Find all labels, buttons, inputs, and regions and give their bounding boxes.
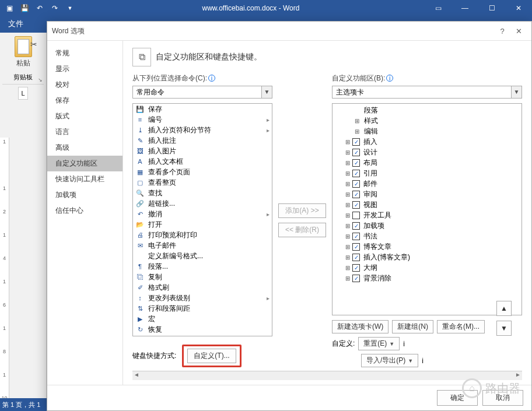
command-item[interactable]: 🔍查找 [133,188,272,198]
tree-node[interactable]: ⊞✓博客文章 [335,241,519,252]
tree-node[interactable]: ⊞✓布局 [335,157,519,168]
checkbox[interactable] [352,212,360,219]
command-item[interactable]: ▦查看多个页面 [133,167,272,177]
command-item[interactable]: ⤓插入分页符和分节符▸ [133,125,272,135]
command-item[interactable]: 🖼插入图片 [133,146,272,156]
command-item[interactable]: 定义新编号格式... [133,251,272,261]
checkbox[interactable]: ✓ [352,264,360,272]
expand-icon[interactable]: ⊞ [344,265,351,271]
tree-node[interactable]: ⊞开发工具 [335,210,519,220]
expand-icon[interactable]: ⊞ [344,181,351,187]
checkbox[interactable]: ✓ [352,170,360,177]
command-item[interactable]: ↕更改列表级别▸ [133,293,272,303]
ribbon-tree[interactable]: 段落⊞样式⊞编辑⊞✓插入⊞✓设计⊞✓布局⊞✓引用⊞✓邮件⊞✓审阅⊞✓视图⊞开发工… [332,103,522,315]
choose-commands-combo[interactable]: 常用命令 ▼ [132,86,272,99]
command-item[interactable]: ↶撤消▸ [133,209,272,219]
expand-icon[interactable]: ⊞ [344,275,351,282]
command-item[interactable]: ⿻复制 [133,272,272,282]
tree-node[interactable]: ⊞✓引用 [335,168,519,178]
word-app-icon[interactable]: ▣ [2,1,16,15]
command-item[interactable]: ⇅行和段落间距 [133,303,272,314]
cancel-button[interactable]: 取消 [482,390,523,406]
customize-ribbon-combo[interactable]: 主选项卡 ▼ [332,86,522,99]
checkbox[interactable]: ✓ [352,275,360,282]
help-icon[interactable]: i [422,357,424,365]
sidebar-item[interactable]: 校对 [47,77,123,93]
ok-button[interactable]: 确定 [437,390,478,406]
checkbox[interactable]: ✓ [352,149,360,156]
dialog-help-icon[interactable]: ? [494,23,510,39]
expand-icon[interactable]: ⊞ [344,160,351,166]
expand-icon[interactable]: ⊞ [344,139,351,145]
file-tab[interactable]: 文件 [0,15,32,33]
save-icon[interactable]: 💾 [18,1,32,15]
tree-node[interactable]: ⊞✓审阅 [335,189,519,199]
command-item[interactable]: 🔗超链接... [133,198,272,209]
expand-icon[interactable]: ⊞ [344,202,351,208]
sidebar-item[interactable]: 快速访问工具栏 [47,171,123,187]
checkbox[interactable]: ✓ [352,191,360,198]
add-button[interactable]: 添加(A) >> [278,203,326,218]
cut-icon[interactable]: ✂ [30,40,37,49]
command-item[interactable]: 🖨打印预览和打印 [133,230,272,240]
tree-node[interactable]: ⊞编辑 [335,126,519,136]
help-icon[interactable]: i [403,340,405,348]
expand-icon[interactable]: ⊞ [344,244,351,250]
style-marker[interactable]: L [18,87,27,100]
expand-icon[interactable]: ⊞ [344,149,351,156]
group-expand-icon[interactable]: ↘ [38,77,43,83]
expand-icon[interactable]: ⊞ [344,191,351,198]
sidebar-item[interactable]: 语言 [47,124,123,140]
tree-node[interactable]: ⊞✓大纲 [335,262,519,273]
tree-node[interactable]: 段落 [335,105,519,115]
checkbox[interactable]: ✓ [352,222,360,230]
command-item[interactable]: ✐格式刷 [133,282,272,293]
tree-node[interactable]: ⊞✓邮件 [335,178,519,189]
minimize-icon[interactable]: — [452,0,478,16]
checkbox[interactable]: ✓ [352,159,360,167]
tree-node[interactable]: ⊞✓插入(博客文章) [335,252,519,262]
sidebar-item[interactable]: 保存 [47,93,123,108]
tree-node[interactable]: ⊞✓设计 [335,147,519,157]
command-item[interactable]: ▶宏 [133,314,272,324]
maximize-icon[interactable]: ☐ [478,0,505,16]
close-icon[interactable]: ✕ [505,0,532,16]
checkbox[interactable]: ✓ [352,243,360,251]
command-item[interactable]: ≡编号▸ [133,114,272,125]
command-item[interactable]: ↻恢复 [133,324,272,335]
remove-button[interactable]: << 删除(R) [278,223,326,237]
tree-node[interactable]: ⊞✓书法 [335,231,519,241]
command-item[interactable]: ✉电子邮件 [133,240,272,251]
sidebar-item[interactable]: 加载项 [47,187,123,203]
paste-icon[interactable] [15,36,32,57]
command-item[interactable]: ▢查看整页 [133,177,272,188]
qat-dropdown-icon[interactable]: ▼ [63,1,77,15]
checkbox[interactable]: ✓ [352,201,360,209]
tree-node[interactable]: ⊞样式 [335,115,519,126]
new-tab-button[interactable]: 新建选项卡(W) [332,320,388,333]
sidebar-item[interactable]: 信任中心 [47,203,123,219]
help-icon[interactable]: i [386,75,393,82]
tree-node[interactable]: ⊞✓背景消除 [335,273,519,283]
expand-icon[interactable]: ⊞ [344,233,351,240]
expand-icon[interactable]: ⊞ [354,118,360,124]
commands-list[interactable]: 💾保存≡编号▸⤓插入分页符和分节符▸✎插入批注🖼插入图片A插入文本框▦查看多个页… [132,103,272,336]
horizontal-scrollbar[interactable] [132,371,522,380]
checkbox[interactable]: ✓ [352,138,360,146]
command-item[interactable]: 📂打开 [133,219,272,230]
sidebar-item[interactable]: 高级 [47,140,123,156]
tree-node[interactable]: ⊞✓视图 [335,199,519,210]
reset-button[interactable]: 重置(E)▼ [358,337,400,350]
command-item[interactable]: 💾保存 [133,104,272,114]
import-export-button[interactable]: 导入/导出(P)▼ [361,354,418,367]
new-group-button[interactable]: 新建组(N) [392,320,433,333]
customize-keyboard-button[interactable]: 自定义(T)... [187,349,236,363]
checkbox[interactable]: ✓ [352,233,360,240]
move-up-button[interactable]: ▲ [496,301,512,316]
tree-node[interactable]: ⊞✓加载项 [335,220,519,231]
expand-icon[interactable]: ⊞ [344,212,351,219]
dialog-close-icon[interactable]: ✕ [510,23,527,39]
tree-node[interactable]: ⊞✓插入 [335,136,519,147]
sidebar-item[interactable]: 显示 [47,61,123,77]
checkbox[interactable]: ✓ [352,254,360,261]
